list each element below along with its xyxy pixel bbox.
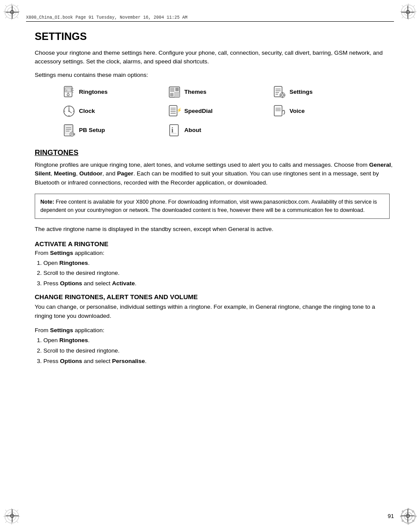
svg-point-54 (67, 93, 69, 96)
svg-rect-102 (170, 125, 178, 136)
svg-text:♪: ♪ (66, 89, 68, 92)
crosshair-tl (3, 3, 21, 21)
crosshair-tr (399, 3, 417, 21)
svg-rect-85 (169, 106, 177, 116)
change-steps: Open Ringtones. Scroll to the desired ri… (35, 336, 394, 366)
svg-rect-61 (170, 88, 174, 92)
menu-label-pbsetup: PB Setup (79, 127, 105, 133)
crosshair-bl (3, 507, 21, 525)
activate-step-2: Scroll to the desired ringtone. (43, 268, 394, 278)
settings-icon (273, 86, 286, 99)
activate-step-1: Open Ringtones. (43, 258, 394, 268)
menu-item-about: i About (166, 121, 272, 140)
svg-line-80 (69, 111, 72, 113)
menu-item-pbsetup: TM PB Setup (61, 121, 166, 140)
menu-label-about: About (184, 127, 201, 133)
svg-rect-62 (175, 88, 179, 91)
menu-label-speeddial: SpeedDial (184, 108, 213, 114)
menu-item-empty (271, 121, 377, 140)
activate-step-3: Press Options and select Activate. (43, 279, 394, 288)
themes-icon (168, 86, 181, 99)
change-step-1: Open Ringtones. (43, 336, 394, 345)
svg-text:i: i (171, 126, 174, 134)
svg-rect-64 (174, 92, 180, 97)
menu-label-themes: Themes (184, 89, 207, 95)
crosshair-br (399, 507, 417, 525)
pbsetup-icon: TM (62, 124, 75, 137)
activate-steps: Open Ringtones. Scroll to the desired ri… (35, 258, 394, 288)
activate-section-title: ACTIVATE A RINGTONE (35, 240, 394, 248)
ringtones-icon: ♪ (62, 86, 75, 99)
change-step-3: Press Options and select Personalise. (43, 356, 394, 366)
after-note-text: The active ringtone name is displayed in… (35, 225, 394, 234)
change-step-2: Scroll to the desired ringtone. (43, 346, 394, 356)
header-text: X800_China_OI.book Page 91 Tuesday, Nove… (26, 15, 187, 20)
main-content: SETTINGS Choose your ringtone and theme … (35, 26, 394, 502)
menu-item-settings: Settings (271, 82, 377, 102)
menu-item-themes: Themes (166, 82, 272, 102)
note-body: Free content is available for your X800 … (40, 199, 377, 213)
about-icon: i (168, 124, 181, 137)
intro-paragraph: Choose your ringtone and theme settings … (35, 49, 394, 66)
menu-intro-text: Settings menu contains these main option… (35, 72, 394, 78)
activate-from-text: From Settings application: (35, 250, 394, 256)
clock-icon (62, 105, 75, 118)
ringtones-section-title: RINGTONES (35, 148, 394, 157)
change-section-title: CHANGE RINGTONES, ALERT TONES AND VOLUME (35, 293, 394, 300)
change-section-body: You can change, or personalise, individu… (35, 303, 394, 321)
menu-item-speeddial: ⚡ SpeedDial (166, 102, 272, 121)
settings-menu-grid: ♪ Ringtones Themes (61, 82, 377, 140)
menu-label-settings: Settings (289, 89, 312, 95)
speeddial-icon: ⚡ (168, 105, 181, 118)
note-label: Note: (40, 199, 54, 205)
ringtones-section-body: Ringtone profiles are unique ringing ton… (35, 161, 394, 188)
change-from-text: From Settings application: (35, 327, 394, 333)
svg-text:TM: TM (71, 133, 75, 136)
note-box: Note: Free content is available for your… (35, 194, 390, 219)
page-title: SETTINGS (35, 30, 394, 43)
menu-label-ringtones: Ringtones (79, 89, 108, 95)
menu-item-voice: Voice (271, 102, 377, 121)
menu-label-clock: Clock (79, 108, 95, 114)
menu-item-clock: Clock (61, 102, 166, 121)
voice-icon (273, 105, 286, 118)
menu-label-voice: Voice (289, 108, 305, 114)
menu-item-ringtones: ♪ Ringtones (61, 82, 166, 102)
page-number: 91 (388, 513, 394, 519)
svg-rect-63 (170, 93, 174, 96)
header-bar: X800_China_OI.book Page 91 Tuesday, Nove… (26, 15, 394, 22)
svg-text:⚡: ⚡ (177, 107, 181, 113)
